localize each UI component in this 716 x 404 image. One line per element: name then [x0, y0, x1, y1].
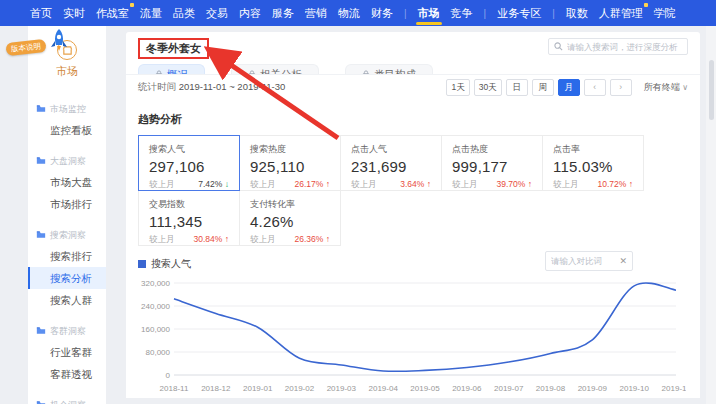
sidebar-item[interactable]: 行业客群 — [28, 341, 106, 363]
nav-item[interactable]: 财务 — [371, 0, 393, 26]
arrow-up-icon: ↑ — [225, 234, 229, 244]
x-axis-tick: 2019-01 — [243, 384, 273, 393]
nav-divider: | — [404, 8, 407, 19]
arrow-up-icon: ↑ — [528, 179, 532, 189]
x-axis-tick: 2019-07 — [494, 384, 524, 393]
metric-value: 115.03% — [553, 158, 633, 175]
chevron-down-icon: ∨ — [682, 83, 688, 92]
nav-item[interactable]: 物流 — [338, 0, 360, 26]
x-axis-tick: 2018-11 — [160, 384, 189, 393]
metric-card-item[interactable]: 支付转化率4.26%较上月26.36% ↑ — [239, 190, 341, 246]
x-axis-tick: 2019-04 — [368, 384, 398, 393]
metric-card-item[interactable]: 点击人气231,699较上月3.64% ↑ — [340, 135, 442, 191]
metric-card-selected[interactable]: 搜索人气297,106较上月7.42% ↓ — [138, 135, 240, 191]
arrow-up-icon: ↑ — [326, 234, 330, 244]
y-axis-tick: 0 — [166, 371, 171, 380]
legend-label[interactable]: 搜索人气 — [151, 257, 191, 271]
line-chart-svg: 080,000160,000240,000320,0002018-112018-… — [138, 273, 686, 401]
trend-line-series — [174, 283, 676, 371]
x-axis-tick: 2019-05 — [410, 384, 440, 393]
y-axis-tick: 320,000 — [141, 279, 170, 288]
sidebar-section-label: 市场监控 — [50, 103, 86, 116]
prev-button[interactable]: ‹ — [584, 79, 606, 96]
keyword-title: 冬季外套女 — [138, 38, 209, 59]
compare-word-input[interactable] — [551, 256, 616, 266]
scrollbar-thumb[interactable] — [709, 60, 714, 120]
change-value: 3.64% ↑ — [400, 179, 431, 191]
range-button-30天[interactable]: 30天 — [474, 79, 502, 96]
nav-item[interactable]: 流量 — [140, 0, 162, 26]
sidebar-item[interactable]: 市场排行 — [28, 193, 106, 215]
nav-item[interactable]: 作战室 — [96, 0, 129, 26]
sidebar-section-header[interactable]: 客群洞察 — [28, 321, 106, 341]
folder-icon — [36, 400, 50, 404]
compare-label: 较上月 — [553, 179, 579, 191]
metric-card-item[interactable]: 搜索热度925,110较上月26.17% ↑ — [239, 135, 341, 191]
filter-bar: 统计时间 2019-11-01 ~ 2019-11-30 1天30天日周月‹›所… — [126, 74, 700, 100]
sidebar-section-header[interactable]: 大盘洞察 — [28, 151, 106, 171]
metric-change: 较上月26.36% ↑ — [250, 234, 330, 246]
sidebar-item[interactable]: 监控看板 — [28, 119, 106, 141]
sidebar-item-active[interactable]: 搜索分析 — [28, 267, 106, 289]
compare-label: 较上月 — [149, 179, 175, 191]
nav-item[interactable]: 营销 — [305, 0, 327, 26]
metric-card-item[interactable]: 点击率115.03%较上月10.72% ↑ — [542, 135, 644, 191]
metric-change: 较上月7.42% ↓ — [149, 179, 229, 191]
nav-item-market[interactable]: 市场 — [418, 0, 440, 26]
nav-item[interactable]: 交易 — [206, 0, 228, 26]
nav-item[interactable]: 竞争 — [451, 0, 473, 26]
next-button[interactable]: › — [610, 79, 632, 96]
range-button-周[interactable]: 周 — [532, 79, 554, 96]
compare-word-box[interactable]: ✕ — [545, 251, 633, 271]
keyword-search-box[interactable] — [548, 38, 688, 55]
nav-item[interactable]: 取数 — [566, 0, 588, 26]
folder-icon — [36, 230, 50, 241]
sidebar-item[interactable]: 搜索排行 — [28, 245, 106, 267]
metric-label: 搜索人气 — [149, 143, 229, 156]
sidebar-section-header[interactable]: 机会洞察 — [28, 395, 106, 404]
metric-label: 搜索热度 — [250, 143, 330, 156]
close-icon[interactable]: ✕ — [619, 256, 627, 266]
nav-item[interactable]: 实时 — [63, 0, 85, 26]
search-input[interactable] — [567, 42, 682, 52]
range-button-1天[interactable]: 1天 — [446, 79, 469, 96]
nav-item[interactable]: 品类 — [173, 0, 195, 26]
metric-change: 较上月10.72% ↑ — [553, 179, 633, 191]
metric-card-item[interactable]: 点击热度999,177较上月39.70% ↑ — [441, 135, 543, 191]
range-button-日[interactable]: 日 — [506, 79, 528, 96]
x-axis-tick: 2019-11 — [662, 384, 686, 393]
sidebar-section-header[interactable]: 市场监控 — [28, 99, 106, 119]
folder-icon — [36, 104, 50, 115]
sidebar: 市场 市场监控监控看板大盘洞察市场大盘市场排行搜索洞察搜索排行搜索分析搜索人群客… — [28, 26, 106, 404]
date-range[interactable]: 2019-11-01 ~ 2019-11-30 — [179, 81, 286, 92]
sidebar-section-header[interactable]: 搜索洞察 — [28, 225, 106, 245]
sidebar-item[interactable]: 客群透视 — [28, 363, 106, 385]
arrow-up-icon: ↑ — [629, 179, 633, 189]
sidebar-section-label: 大盘洞察 — [50, 155, 86, 168]
metric-value: 111,345 — [149, 213, 229, 230]
sidebar-section-label: 搜索洞察 — [50, 229, 86, 242]
metric-value: 999,177 — [452, 158, 532, 175]
nav-item[interactable]: 服务 — [272, 0, 294, 26]
nav-item[interactable]: 人群管理 — [599, 0, 643, 26]
nav-item[interactable]: 首页 — [30, 0, 52, 26]
nav-item[interactable]: 内容 — [239, 0, 261, 26]
y-axis-tick: 160,000 — [141, 325, 170, 334]
nav-item[interactable]: 业务专区 — [497, 0, 541, 26]
metric-card-item[interactable]: 交易指数111,345较上月30.84% ↑ — [138, 190, 240, 246]
sidebar-section-label: 客群洞察 — [50, 325, 86, 338]
trend-line-chart[interactable]: 080,000160,000240,000320,0002018-112018-… — [138, 273, 688, 403]
metric-cards: 搜索人气297,106较上月7.42% ↓搜索热度925,110较上月26.17… — [138, 135, 688, 245]
new-badge-dot — [644, 3, 648, 7]
sidebar-item[interactable]: 市场大盘 — [28, 171, 106, 193]
sidebar-section: 大盘洞察市场大盘市场排行 — [28, 151, 106, 215]
nav-item[interactable]: 学院 — [654, 0, 676, 26]
range-button-月[interactable]: 月 — [558, 79, 580, 96]
x-axis-tick: 2019-09 — [578, 384, 608, 393]
stat-time: 统计时间 2019-11-01 ~ 2019-11-30 — [138, 81, 285, 94]
nav-divider: | — [552, 8, 555, 19]
sidebar-item[interactable]: 搜索人群 — [28, 289, 106, 311]
terminal-dropdown[interactable]: 所有终端 ∨ — [644, 81, 688, 94]
y-axis-tick: 240,000 — [141, 302, 170, 311]
rocket-widget[interactable]: 版本说明 — [46, 27, 72, 57]
